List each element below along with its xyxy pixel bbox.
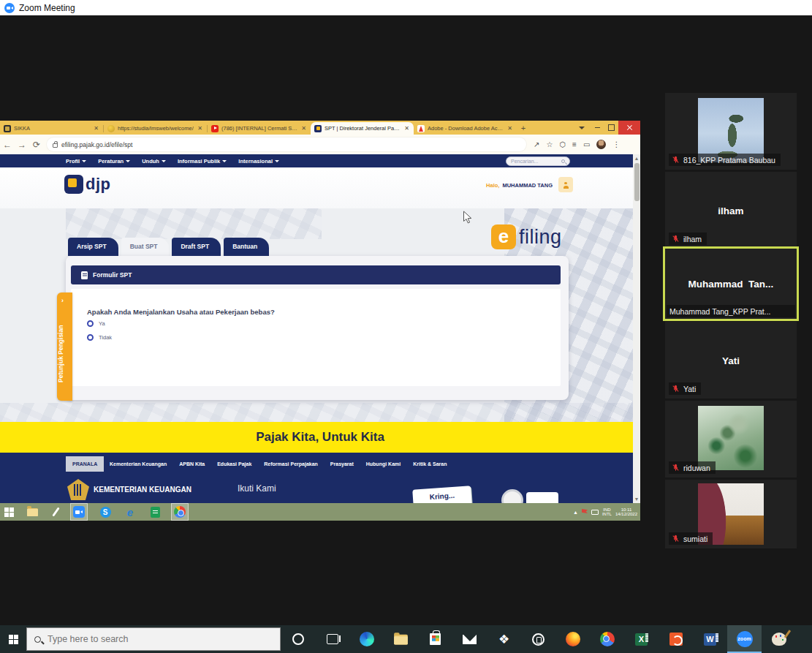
tab-search-chevron-icon[interactable] xyxy=(573,121,591,135)
inner-file-explorer-icon[interactable] xyxy=(23,503,41,521)
user-account-button[interactable] xyxy=(558,177,573,192)
participant-label: Muhammad Tang_KPP Prat... xyxy=(667,305,795,317)
window-close-button[interactable] xyxy=(618,121,640,135)
formulir-header: Formulir SPT xyxy=(71,265,561,284)
inner-ie-icon[interactable]: e xyxy=(121,503,139,521)
lock-icon xyxy=(53,143,58,148)
inner-skype-icon[interactable]: S xyxy=(96,503,114,521)
bookmark-star-icon[interactable]: ☆ xyxy=(546,140,553,148)
footer-link-apbn[interactable]: APBN Kita xyxy=(179,461,205,467)
footer-link-reformasi[interactable]: Reformasi Perpajakan xyxy=(264,461,318,467)
browser-tab-adobe[interactable]: Adobe - Download Adobe Acrob ✕ xyxy=(414,122,517,135)
tab-draft-spt[interactable]: Draft SPT xyxy=(172,238,221,256)
participant-tile-ilham[interactable]: ilham ilham xyxy=(665,172,797,249)
browser-tab-youtube[interactable]: (786) [INTERNAL] Cermati SIAP L ✕ xyxy=(208,122,311,135)
participant-tile-sumiati[interactable]: sumiati xyxy=(665,480,797,548)
language-indicator[interactable]: IND INTL xyxy=(602,507,612,517)
efiling-logo: e filing xyxy=(491,224,562,249)
nav-informasi-publik[interactable]: Informasi Publik xyxy=(178,158,227,165)
browser-tab-spt-active[interactable]: SPT | Direktorat Jenderal Pajak ✕ xyxy=(311,122,414,135)
ring-app-icon[interactable] xyxy=(521,625,555,653)
building-photo-bottom xyxy=(0,403,633,422)
browser-tab-lms[interactable]: https://studia/lmsweb/welcome/ ✕ xyxy=(104,122,207,135)
petunjuk-pengisian-tab[interactable]: › Petunjuk Pengisian xyxy=(57,292,72,401)
option-ya[interactable]: Ya xyxy=(87,320,105,327)
pdf-app-icon[interactable] xyxy=(659,625,693,653)
firefox-icon[interactable] xyxy=(555,625,590,653)
efiling-page: Profil Peraturan Unduh Informasi Publik … xyxy=(0,154,640,503)
microsoft-store-icon[interactable] xyxy=(418,625,452,653)
footer-link-kritik[interactable]: Kritik & Saran xyxy=(413,461,447,467)
tab-close-icon[interactable]: ✕ xyxy=(300,125,307,132)
dropbox-icon[interactable]: ❖ xyxy=(487,625,521,653)
inner-start-button[interactable] xyxy=(0,503,18,521)
taskbar-search-input[interactable] xyxy=(48,634,252,644)
edge-icon[interactable] xyxy=(349,625,384,653)
tab-close-icon[interactable]: ✕ xyxy=(506,125,513,132)
inner-stylus-icon[interactable] xyxy=(47,503,64,521)
tab-close-icon[interactable]: ✕ xyxy=(403,125,410,132)
option-tidak[interactable]: Tidak xyxy=(87,334,112,341)
radio-tidak[interactable] xyxy=(87,334,94,341)
tab-arsip-spt[interactable]: Arsip SPT xyxy=(68,238,118,256)
footer-link-prasyarat[interactable]: Prasyarat xyxy=(330,461,354,467)
address-bar[interactable]: efiling.pajak.go.id/efile/spt xyxy=(47,137,526,151)
participant-tile-riduwan[interactable]: riduwan xyxy=(665,401,797,478)
shared-browser-window: SIKKA ✕ https://studia/lmsweb/welcome/ ✕… xyxy=(0,121,640,521)
scroll-up-icon[interactable]: ▲ xyxy=(633,154,640,162)
nav-profil[interactable]: Profil xyxy=(66,158,86,165)
nav-peraturan[interactable]: Peraturan xyxy=(98,158,130,165)
back-icon[interactable]: ← xyxy=(0,140,15,150)
taskbar-search[interactable] xyxy=(26,627,281,651)
footer-link-edukasi[interactable]: Edukasi Pajak xyxy=(217,461,251,467)
participant-tile-kpp-baubau[interactable]: 816_KPP Pratama Baubau xyxy=(665,93,797,170)
cortana-icon[interactable] xyxy=(281,625,315,653)
tab-close-icon[interactable]: ✕ xyxy=(93,125,99,132)
djp-logo[interactable]: djp xyxy=(64,175,111,194)
extensions-icon[interactable]: ⬡ xyxy=(559,140,566,148)
scroll-down-icon[interactable]: ▼ xyxy=(633,495,640,503)
start-button[interactable] xyxy=(0,625,26,653)
menu-kebab-icon[interactable]: ⋮ xyxy=(612,140,620,148)
tab-close-icon[interactable]: ✕ xyxy=(197,125,203,132)
participant-tile-muhammad-tang-active-speaker[interactable]: Muhammad Tan... Muhammad Tang_KPP Prat..… xyxy=(665,249,797,319)
clock[interactable]: 10:11 14/12/2022 xyxy=(615,507,637,517)
reading-list-icon[interactable]: ≡ xyxy=(572,140,577,148)
paint-icon[interactable] xyxy=(762,625,796,653)
tab-buat-spt[interactable]: Buat SPT xyxy=(121,238,170,256)
window-minimize-button[interactable] xyxy=(591,121,604,135)
word-icon[interactable]: W xyxy=(693,625,727,653)
browser-tab-sikka[interactable]: SIKKA ✕ xyxy=(0,122,103,135)
forward-icon[interactable]: → xyxy=(15,140,29,150)
mail-icon[interactable] xyxy=(452,625,487,653)
task-view-icon[interactable] xyxy=(315,625,349,653)
tray-flag-icon xyxy=(582,509,588,515)
footer-link-hubungi[interactable]: Hubungi Kami xyxy=(366,461,401,467)
chrome-icon[interactable] xyxy=(590,625,624,653)
chevron-right-icon: › xyxy=(61,297,64,304)
side-panel-icon[interactable]: ▭ xyxy=(583,140,590,148)
inner-chrome-icon[interactable] xyxy=(171,503,189,521)
scrollbar-thumb[interactable] xyxy=(634,163,640,201)
participant-label: riduwan xyxy=(669,461,716,474)
inner-zoom-app-icon[interactable] xyxy=(70,503,88,521)
excel-icon[interactable]: X xyxy=(624,625,659,653)
nav-unduh[interactable]: Unduh xyxy=(142,158,166,165)
zoom-taskbar-icon[interactable]: zoom xyxy=(727,625,762,653)
window-restore-button[interactable] xyxy=(604,121,618,135)
file-explorer-icon[interactable] xyxy=(384,625,418,653)
tab-bantuan[interactable]: Bantuan xyxy=(224,238,269,256)
tray-expand-icon[interactable]: ▲ xyxy=(573,510,578,515)
footer-link-kemenkeu[interactable]: Kementerian Keuangan xyxy=(110,461,167,467)
share-icon[interactable]: ↗ xyxy=(534,140,539,148)
site-search-box[interactable]: Pencarian... xyxy=(506,156,570,166)
profile-avatar[interactable] xyxy=(596,140,606,149)
page-scrollbar[interactable]: ▲ ▼ xyxy=(633,154,640,503)
refresh-icon[interactable]: ⟳ xyxy=(29,140,44,150)
new-tab-button[interactable]: + xyxy=(517,122,530,135)
participant-tile-yati[interactable]: Yati Yati xyxy=(665,322,797,399)
nav-internasional[interactable]: Internasional xyxy=(238,158,279,165)
inner-sheets-icon[interactable] xyxy=(146,503,164,521)
radio-ya[interactable] xyxy=(87,320,94,327)
person-icon xyxy=(564,186,569,189)
